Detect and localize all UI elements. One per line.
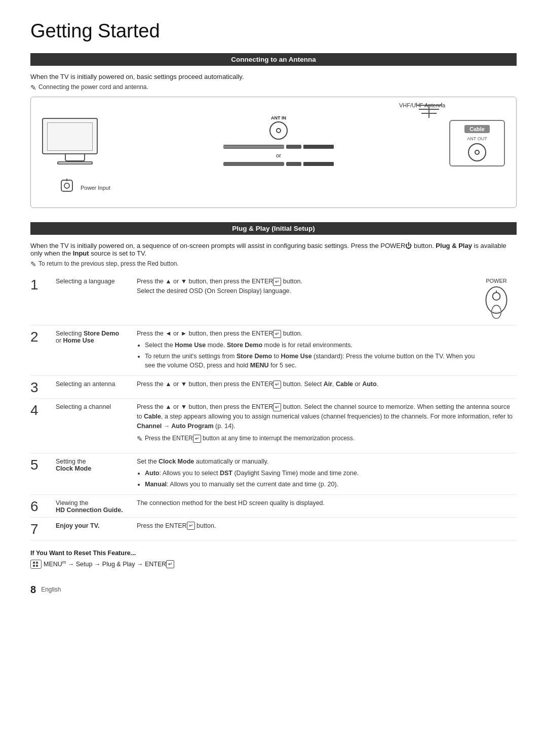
step-7-title: Enjoy your TV. [56,521,137,529]
vhf-antenna-symbol [414,100,444,122]
connection-area: ANT IN or [108,115,449,171]
menu-path-text: MENUm → Setup → Plug & Play → ENTER↵ [44,560,174,569]
ant-in-connector [269,121,288,140]
cable-box-title: Cable [464,125,490,133]
tv-screen [42,118,98,154]
pencil-icon-3: ✎ [137,434,143,444]
antenna-diagram-inner: ANT IN or [42,115,505,171]
step-2-content: Press the ◄ or ► button, then press the … [137,329,476,372]
section1-note: ✎ Connecting the power cord and antenna. [30,83,517,92]
page-number: 8 [30,584,36,596]
page-language: English [41,586,61,593]
ant-out-label: ANT OUT [467,136,487,141]
step-4-number: 4 [30,402,56,417]
step-1-number: 1 [30,277,56,292]
section2-note: ✎ To return to the previous step, press … [30,260,517,268]
tv-screen-inner [47,122,93,151]
svg-rect-6 [61,180,72,191]
step-6-title: Viewing theHD Connection Guide. [56,498,137,514]
step-2-title: Selecting Store Demoor Home Use [56,329,137,344]
step-4-content: Press the ▲ or ▼ button, then press the … [137,402,517,449]
step-6-content: The connection method for the best HD sc… [137,498,517,510]
svg-point-10 [493,292,500,300]
power-label: POWER [486,278,507,284]
power-input-label: Power Input [81,185,110,191]
menu-icon-box [30,560,42,569]
section1-header: Connecting to an Antenna [30,53,517,66]
menu-path: MENUm → Setup → Plug & Play → ENTER↵ [30,560,517,569]
power-input-area: Power Input [57,176,505,195]
step-1-title: Selecting a language [56,277,137,285]
reset-title: If You Want to Reset This Feature... [30,550,136,557]
cable-box: Cable ANT OUT [449,120,505,166]
section2-header: Plug & Play (Initial Setup) [30,222,517,235]
step-3-row: 3 Selecting an antenna Press the ▲ or ▼ … [30,376,517,399]
svg-rect-14 [33,562,35,564]
section2-intro: When the TV is initially powered on, a s… [30,242,517,257]
step-7-row: 7 Enjoy your TV. Press the ENTER↵ button… [30,518,517,540]
step-3-title: Selecting an antenna [56,380,137,388]
ant-out-connector [468,143,486,161]
tv-stand [65,154,85,161]
svg-rect-16 [33,565,35,567]
page-footer: 8 English [30,584,517,596]
page-title: Getting Started [30,20,517,42]
reset-section: If You Want to Reset This Feature... MEN… [30,550,517,569]
step-6-row: 6 Viewing theHD Connection Guide. The co… [30,495,517,518]
pencil-icon: ✎ [30,83,36,92]
power-plug-icon [57,176,76,195]
step-2-row: 2 Selecting Store Demoor Home Use Press … [30,325,517,376]
or-text: or [276,152,281,158]
ant-in-label: ANT IN [271,115,286,120]
step-2-spacer [476,329,517,330]
step-5-row: 5 Setting theClock Mode Set the Clock Mo… [30,453,517,494]
step-7-number: 7 [30,521,56,536]
antenna-diagram: VHF/UHF Antenna ANT IN [30,97,517,208]
svg-point-7 [64,183,69,188]
step-6-number: 6 [30,498,56,514]
power-button-illustration: POWER [476,277,517,321]
tv-base [57,161,93,164]
plug-play-section: Plug & Play (Initial Setup) When the TV … [30,222,517,569]
section1-intro: When the TV is initially powered on, bas… [30,73,517,80]
step-7-content: Press the ENTER↵ button. [137,521,517,533]
step-5-content: Set the Clock Mode automatically or manu… [137,457,517,490]
connector-inner [276,128,281,133]
step-4-row: 4 Selecting a channel Press the ▲ or ▼ b… [30,399,517,453]
setup-steps: 1 Selecting a language Press the ▲ or ▼ … [30,273,517,540]
svg-rect-15 [36,562,38,564]
power-button-svg [481,286,512,321]
step-4-title: Selecting a channel [56,402,137,410]
svg-rect-17 [36,565,38,567]
step-4-note: ✎ Press the ENTER↵ button at any time to… [137,434,517,444]
step-1-row: 1 Selecting a language Press the ▲ or ▼ … [30,273,517,325]
step-1-content: Press the ▲ or ▼ button, then press the … [137,277,476,298]
tv-illustration [42,118,108,169]
step-3-number: 3 [30,380,56,395]
connector-inner-out [475,150,480,155]
step-5-title: Setting theClock Mode [56,457,137,472]
pencil-icon-2: ✎ [30,260,36,268]
menu-grid-icon [32,561,40,567]
step-2-number: 2 [30,329,56,344]
step-3-content: Press the ▲ or ▼ button, then press the … [137,380,517,391]
step-5-number: 5 [30,457,56,472]
